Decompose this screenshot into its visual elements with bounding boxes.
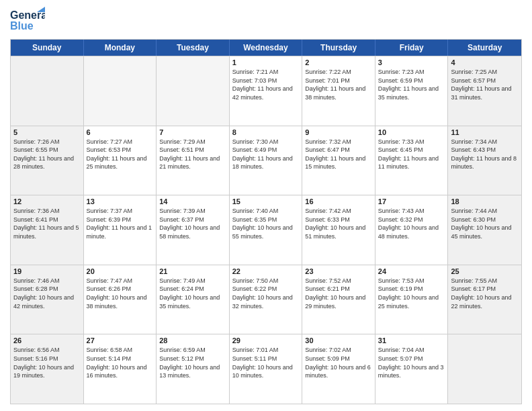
day-cell: 24Sunrise: 7:53 AMSunset: 6:19 PMDayligh… xyxy=(375,265,449,334)
day-of-week-header: Sunday xyxy=(11,40,84,56)
day-number: 30 xyxy=(305,336,372,345)
day-info: Sunrise: 7:21 AMSunset: 7:03 PMDaylight:… xyxy=(232,68,300,101)
calendar: SundayMondayTuesdayWednesdayThursdayFrid… xyxy=(10,39,522,404)
day-number: 13 xyxy=(87,197,154,205)
day-number: 22 xyxy=(232,267,300,275)
day-number: 17 xyxy=(378,197,445,205)
day-number: 5 xyxy=(13,128,81,136)
day-info: Sunrise: 7:23 AMSunset: 6:59 PMDaylight:… xyxy=(378,68,445,101)
day-cell xyxy=(157,56,230,126)
day-number: 9 xyxy=(305,128,372,136)
day-number: 2 xyxy=(305,58,372,66)
day-cell: 25Sunrise: 7:55 AMSunset: 6:17 PMDayligh… xyxy=(448,265,521,334)
day-number: 7 xyxy=(159,128,226,136)
week-row: 26Sunrise: 6:56 AMSunset: 5:16 PMDayligh… xyxy=(11,334,521,404)
day-info: Sunrise: 6:56 AMSunset: 5:16 PMDaylight:… xyxy=(13,346,81,379)
calendar-body: 1Sunrise: 7:21 AMSunset: 7:03 PMDaylight… xyxy=(11,56,521,404)
day-cell: 2Sunrise: 7:22 AMSunset: 7:01 PMDaylight… xyxy=(302,56,375,126)
day-cell: 4Sunrise: 7:25 AMSunset: 6:57 PMDaylight… xyxy=(448,56,521,126)
week-row: 1Sunrise: 7:21 AMSunset: 7:03 PMDaylight… xyxy=(11,56,521,126)
day-cell: 21Sunrise: 7:49 AMSunset: 6:24 PMDayligh… xyxy=(157,265,230,334)
logo-icon: General Blue xyxy=(10,7,45,35)
day-info: Sunrise: 7:32 AMSunset: 6:47 PMDaylight:… xyxy=(305,138,372,171)
day-info: Sunrise: 6:59 AMSunset: 5:12 PMDaylight:… xyxy=(159,346,226,379)
day-cell: 14Sunrise: 7:39 AMSunset: 6:37 PMDayligh… xyxy=(157,195,230,265)
day-cell: 27Sunrise: 6:58 AMSunset: 5:14 PMDayligh… xyxy=(84,334,157,404)
day-cell: 6Sunrise: 7:27 AMSunset: 6:53 PMDaylight… xyxy=(84,126,157,195)
day-cell: 31Sunrise: 7:04 AMSunset: 5:07 PMDayligh… xyxy=(375,334,449,404)
day-number: 16 xyxy=(305,197,372,205)
calendar-header: SundayMondayTuesdayWednesdayThursdayFrid… xyxy=(11,40,521,56)
day-number: 6 xyxy=(87,128,154,136)
day-number: 23 xyxy=(305,267,372,275)
day-cell: 5Sunrise: 7:26 AMSunset: 6:55 PMDaylight… xyxy=(11,126,84,195)
day-number: 26 xyxy=(13,336,81,345)
day-cell: 11Sunrise: 7:34 AMSunset: 6:43 PMDayligh… xyxy=(448,126,521,195)
day-cell: 19Sunrise: 7:46 AMSunset: 6:28 PMDayligh… xyxy=(11,265,84,334)
day-of-week-header: Friday xyxy=(375,40,449,56)
day-cell xyxy=(11,56,84,126)
day-number: 4 xyxy=(451,58,519,66)
day-info: Sunrise: 7:39 AMSunset: 6:37 PMDaylight:… xyxy=(159,207,226,240)
day-info: Sunrise: 7:46 AMSunset: 6:28 PMDaylight:… xyxy=(13,277,81,310)
day-info: Sunrise: 7:37 AMSunset: 6:39 PMDaylight:… xyxy=(87,207,154,240)
day-info: Sunrise: 7:34 AMSunset: 6:43 PMDaylight:… xyxy=(451,138,519,171)
day-number: 29 xyxy=(232,336,300,345)
day-of-week-header: Saturday xyxy=(448,40,521,56)
day-cell: 10Sunrise: 7:33 AMSunset: 6:45 PMDayligh… xyxy=(375,126,449,195)
day-cell: 15Sunrise: 7:40 AMSunset: 6:35 PMDayligh… xyxy=(230,195,303,265)
day-info: Sunrise: 7:40 AMSunset: 6:35 PMDaylight:… xyxy=(232,207,300,240)
day-info: Sunrise: 7:42 AMSunset: 6:33 PMDaylight:… xyxy=(305,207,372,240)
day-number: 11 xyxy=(451,128,519,136)
day-cell: 7Sunrise: 7:29 AMSunset: 6:51 PMDaylight… xyxy=(157,126,230,195)
week-row: 19Sunrise: 7:46 AMSunset: 6:28 PMDayligh… xyxy=(11,265,521,334)
day-info: Sunrise: 7:55 AMSunset: 6:17 PMDaylight:… xyxy=(451,277,519,310)
day-cell: 28Sunrise: 6:59 AMSunset: 5:12 PMDayligh… xyxy=(157,334,230,404)
week-row: 5Sunrise: 7:26 AMSunset: 6:55 PMDaylight… xyxy=(11,126,521,195)
day-cell: 3Sunrise: 7:23 AMSunset: 6:59 PMDaylight… xyxy=(375,56,449,126)
day-cell: 16Sunrise: 7:42 AMSunset: 6:33 PMDayligh… xyxy=(302,195,375,265)
day-info: Sunrise: 6:58 AMSunset: 5:14 PMDaylight:… xyxy=(87,346,154,379)
day-info: Sunrise: 7:29 AMSunset: 6:51 PMDaylight:… xyxy=(159,138,226,171)
day-number: 21 xyxy=(159,267,226,275)
day-info: Sunrise: 7:44 AMSunset: 6:30 PMDaylight:… xyxy=(451,207,519,240)
day-number: 15 xyxy=(232,197,300,205)
day-info: Sunrise: 7:01 AMSunset: 5:11 PMDaylight:… xyxy=(232,346,300,379)
day-cell: 13Sunrise: 7:37 AMSunset: 6:39 PMDayligh… xyxy=(84,195,157,265)
day-number: 28 xyxy=(159,336,226,345)
svg-text:Blue: Blue xyxy=(10,20,34,32)
logo: General Blue xyxy=(10,7,45,35)
day-number: 3 xyxy=(378,58,445,66)
day-number: 25 xyxy=(451,267,519,275)
day-cell: 23Sunrise: 7:52 AMSunset: 6:21 PMDayligh… xyxy=(302,265,375,334)
day-info: Sunrise: 7:27 AMSunset: 6:53 PMDaylight:… xyxy=(87,138,154,171)
day-number: 27 xyxy=(87,336,154,345)
day-of-week-header: Monday xyxy=(84,40,157,56)
day-number: 31 xyxy=(378,336,445,345)
day-of-week-header: Tuesday xyxy=(157,40,230,56)
day-info: Sunrise: 7:53 AMSunset: 6:19 PMDaylight:… xyxy=(378,277,445,310)
day-cell xyxy=(448,334,521,404)
day-of-week-header: Wednesday xyxy=(230,40,303,56)
day-info: Sunrise: 7:02 AMSunset: 5:09 PMDaylight:… xyxy=(305,346,372,379)
day-cell: 29Sunrise: 7:01 AMSunset: 5:11 PMDayligh… xyxy=(230,334,303,404)
day-cell: 8Sunrise: 7:30 AMSunset: 6:49 PMDaylight… xyxy=(230,126,303,195)
day-info: Sunrise: 7:49 AMSunset: 6:24 PMDaylight:… xyxy=(159,277,226,310)
day-cell: 22Sunrise: 7:50 AMSunset: 6:22 PMDayligh… xyxy=(230,265,303,334)
day-cell: 20Sunrise: 7:47 AMSunset: 6:26 PMDayligh… xyxy=(84,265,157,334)
day-info: Sunrise: 7:04 AMSunset: 5:07 PMDaylight:… xyxy=(378,346,445,379)
day-cell: 18Sunrise: 7:44 AMSunset: 6:30 PMDayligh… xyxy=(448,195,521,265)
day-cell: 26Sunrise: 6:56 AMSunset: 5:16 PMDayligh… xyxy=(11,334,84,404)
day-cell: 1Sunrise: 7:21 AMSunset: 7:03 PMDaylight… xyxy=(230,56,303,126)
day-number: 19 xyxy=(13,267,81,275)
day-cell xyxy=(84,56,157,126)
day-info: Sunrise: 7:30 AMSunset: 6:49 PMDaylight:… xyxy=(232,138,300,171)
day-info: Sunrise: 7:43 AMSunset: 6:32 PMDaylight:… xyxy=(378,207,445,240)
day-info: Sunrise: 7:25 AMSunset: 6:57 PMDaylight:… xyxy=(451,68,519,101)
day-cell: 17Sunrise: 7:43 AMSunset: 6:32 PMDayligh… xyxy=(375,195,449,265)
day-cell: 12Sunrise: 7:36 AMSunset: 6:41 PMDayligh… xyxy=(11,195,84,265)
day-cell: 9Sunrise: 7:32 AMSunset: 6:47 PMDaylight… xyxy=(302,126,375,195)
day-cell: 30Sunrise: 7:02 AMSunset: 5:09 PMDayligh… xyxy=(302,334,375,404)
day-number: 14 xyxy=(159,197,226,205)
day-info: Sunrise: 7:52 AMSunset: 6:21 PMDaylight:… xyxy=(305,277,372,310)
